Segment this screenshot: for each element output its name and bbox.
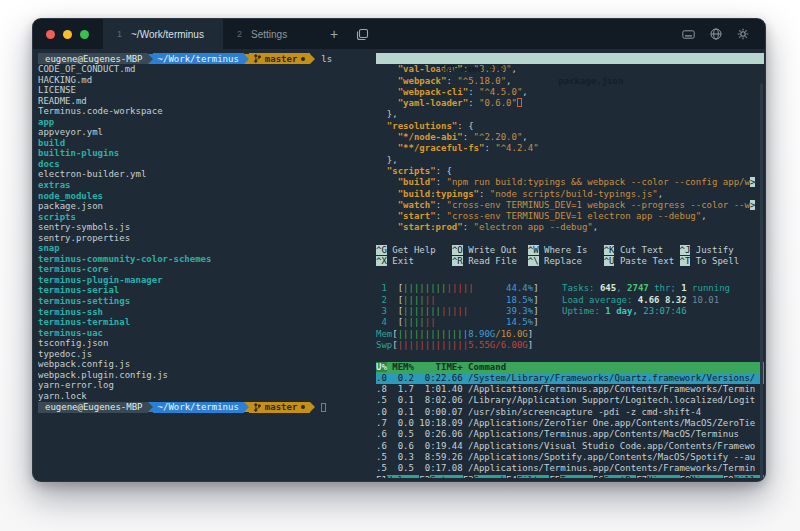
- nano-shortcut-row: ^G Get Help ^O Write Out ^W Where Is ^K …: [376, 245, 764, 256]
- process-table-header-row[interactable]: U% MEM% TIME+ Command: [376, 362, 764, 373]
- fkey-help[interactable]: F1Help: [376, 475, 419, 478]
- file-entry: CODE_OF_CONDUCT.md: [38, 64, 370, 75]
- new-tab-button[interactable]: +: [318, 19, 350, 49]
- meter-bar-red: |||||: [446, 283, 473, 293]
- process-row-selected[interactable]: .0 0.2 0:22.66 /System/Library/Framework…: [376, 373, 764, 384]
- process-row[interactable]: .6 0.5 0:26.06 /Applications/Terminus.ap…: [376, 429, 764, 440]
- keyboard-icon[interactable]: [682, 30, 695, 39]
- nano-line: "watch": "cross-env TERMINUS_DEV=1 webpa…: [376, 200, 764, 211]
- fkey-setup[interactable]: F2Setup: [419, 475, 462, 478]
- scrollbar[interactable]: [760, 83, 763, 482]
- directory-entry: terminus-community-color-schemes: [38, 254, 370, 265]
- fkey-label: Setup: [430, 475, 463, 478]
- shortcut-key: ^T: [680, 256, 691, 266]
- text-segment: ,: [512, 64, 517, 74]
- nano-shortcut-paste-text[interactable]: ^U Paste Text: [604, 256, 680, 266]
- fkey-nice-[interactable]: F8Nice +: [680, 475, 723, 478]
- terminal-pane-shell[interactable]: eugene@Eugenes-MBP~/Work/terminusmasterl…: [38, 53, 370, 413]
- line-continuation-marker: >: [750, 177, 755, 187]
- tab-title: ~/Work/terminus: [131, 29, 204, 40]
- process-row[interactable]: .7 0.0 10:18.09 /Applications/ZeroTier O…: [376, 418, 764, 429]
- directory-entry: extras: [38, 180, 370, 191]
- globe-icon[interactable]: [710, 28, 722, 40]
- text-segment: [376, 143, 398, 153]
- traffic-lights: [33, 19, 103, 49]
- file-entry: HACKING.md: [38, 75, 370, 86]
- process-row[interactable]: .0 0.1 0:00.07 /usr/sbin/screencapture -…: [376, 407, 764, 418]
- process-row[interactable]: .5 0.5 0:17.08 /Applications/Terminus.ap…: [376, 463, 764, 474]
- shortcut-label: Replace: [539, 256, 604, 266]
- process-row[interactable]: .8 1.7 1:01.40 /Applications/Terminus.ap…: [376, 384, 764, 395]
- meter-fill: [436, 317, 506, 327]
- shortcut-key: ^O: [452, 245, 463, 255]
- nano-shortcut-exit[interactable]: ^X Exit: [376, 256, 452, 266]
- prompt-line-top: eugene@Eugenes-MBP~/Work/terminusmasterl…: [38, 53, 370, 64]
- nano-shortcut-get-help[interactable]: ^G Get Help: [376, 245, 452, 255]
- settings-gear-icon[interactable]: [737, 28, 749, 40]
- text-segment: "node scripts/build-typings.js": [490, 189, 658, 199]
- minimize-button[interactable]: [63, 30, 72, 39]
- file-entry: yarn-error.log: [38, 380, 370, 391]
- close-button[interactable]: [46, 30, 55, 39]
- htop-table-header[interactable]: U% MEM% TIME+ Command: [376, 362, 764, 373]
- window-titlebar[interactable]: 1 ~/Work/terminus 2 Settings +: [33, 19, 765, 49]
- shortcut-label: Cut Text: [614, 245, 679, 255]
- fkey-search[interactable]: F3Search: [463, 475, 506, 478]
- process-row[interactable]: .5 0.3 8:59.26 /Applications/Spotify.app…: [376, 452, 764, 463]
- fkey-kill[interactable]: F9Kill: [723, 475, 764, 478]
- fkey-label: Help: [387, 475, 420, 478]
- fkey-nice-[interactable]: F7Nice -: [636, 475, 679, 478]
- text-segment: ,: [522, 132, 527, 142]
- htop-function-key-bar: F1Help F2Setup F3SearchF4FilterF5Tree F6…: [376, 475, 764, 478]
- text-segment: ,: [701, 211, 706, 221]
- nano-shortcut-row: ^X Exit ^R Read File ^\ Replace ^U Paste…: [376, 256, 764, 267]
- fkey-label: Nice +: [690, 475, 723, 478]
- meter-label: Mem: [376, 329, 392, 339]
- nano-shortcut-bar: ^G Get Help ^O Write Out ^W Where Is ^K …: [376, 245, 764, 268]
- prompt-user-segment: eugene@Eugenes-MBP: [38, 53, 148, 64]
- nano-shortcut-replace[interactable]: ^\ Replace: [528, 256, 604, 266]
- text-segment: ,: [616, 283, 627, 293]
- process-row[interactable]: .5 0.1 8:02.06 /Library/Application Supp…: [376, 395, 764, 406]
- cpu-percentage: 18.5%: [506, 295, 533, 305]
- fkey-sortby[interactable]: F6SortBy: [593, 475, 636, 478]
- text-segment: : {: [457, 121, 473, 131]
- directory-entry: terminus-serial: [38, 285, 370, 296]
- file-entry: typedoc.js: [38, 349, 370, 360]
- fkey-tree[interactable]: F5Tree: [549, 475, 592, 478]
- fkey-filter[interactable]: F4Filter: [506, 475, 549, 478]
- nano-shortcut-cut-text[interactable]: ^K Cut Text: [604, 245, 680, 255]
- nano-shortcut-to-spell[interactable]: ^T To Spell: [680, 256, 756, 266]
- text-segment: "0.6.0": [479, 98, 517, 108]
- nano-line: },: [376, 109, 764, 120]
- nano-filename: package.json: [558, 76, 623, 87]
- shortcut-label: Justify: [690, 245, 755, 255]
- nano-shortcut-read-file[interactable]: ^R Read File: [452, 256, 528, 266]
- text-segment: "cross-env TERMINUS_DEV=1 webpack --prog…: [446, 200, 749, 210]
- tab-work-terminus[interactable]: 1 ~/Work/terminus: [103, 19, 223, 49]
- nano-line: "start": "cross-env TERMINUS_DEV=1 elect…: [376, 211, 764, 222]
- nano-shortcut-where-is[interactable]: ^W Where Is: [528, 245, 604, 255]
- file-entry: tsconfig.json: [38, 338, 370, 349]
- terminal-pane-nano-htop[interactable]: GNU nano 4.5 package.json "val-loader": …: [376, 53, 764, 478]
- nano-titlebar: GNU nano 4.5 package.json: [376, 53, 764, 64]
- text-segment: :: [436, 177, 447, 187]
- file-entry: webpack.config.js: [38, 359, 370, 370]
- profiles-icon[interactable]: [350, 19, 375, 49]
- file-entry: appveyor.yml: [38, 127, 370, 138]
- shortcut-key: ^U: [604, 256, 615, 266]
- maximize-button[interactable]: [80, 30, 89, 39]
- swap-total: /6.00G: [495, 340, 528, 350]
- text-segment: [376, 211, 398, 221]
- nano-shortcut-justify[interactable]: ^J Justify: [680, 245, 756, 255]
- text-segment: "**/graceful-fs": [398, 143, 485, 153]
- nano-shortcut-write-out[interactable]: ^O Write Out: [452, 245, 528, 255]
- text-segment: "^4.5.0": [479, 87, 522, 97]
- tab-settings[interactable]: 2 Settings: [223, 19, 318, 49]
- meter-bracket: ]: [533, 295, 538, 305]
- prompt-line-bottom: eugene@Eugenes-MBP~/Work/terminusmaster: [38, 402, 370, 413]
- git-dirty-dot: [301, 405, 305, 409]
- meter-fill: [436, 295, 506, 305]
- process-row[interactable]: .6 0.6 0:19.44 /Applications/Visual Stud…: [376, 441, 764, 452]
- meter-bar-red: |||||: [441, 306, 468, 316]
